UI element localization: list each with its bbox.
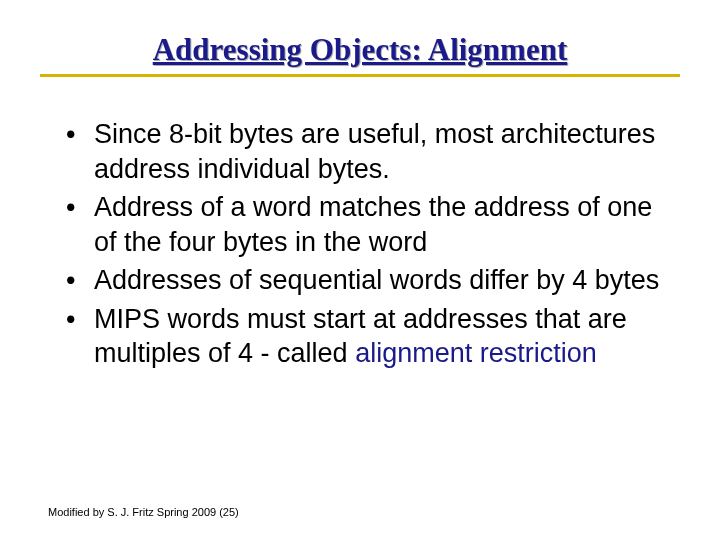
bullet-text: Addresses of sequential words differ by … xyxy=(94,265,659,295)
bullet-text: Address of a word matches the address of… xyxy=(94,192,652,257)
title-area: Addressing Objects: Alignment xyxy=(0,0,720,68)
bullet-text: Since 8-bit bytes are useful, most archi… xyxy=(94,119,655,184)
bullet-item: Address of a word matches the address of… xyxy=(66,190,664,259)
bullet-item: Since 8-bit bytes are useful, most archi… xyxy=(66,117,664,186)
title-underline-rule xyxy=(40,74,680,77)
slide: Addressing Objects: Alignment Since 8-bi… xyxy=(0,0,720,540)
keyword-highlight: alignment restriction xyxy=(355,338,597,368)
bullet-list: Since 8-bit bytes are useful, most archi… xyxy=(66,117,664,371)
footer-text: Modified by S. J. Fritz Spring 2009 (25) xyxy=(48,506,239,518)
bullet-item: Addresses of sequential words differ by … xyxy=(66,263,664,298)
bullet-item: MIPS words must start at addresses that … xyxy=(66,302,664,371)
slide-title: Addressing Objects: Alignment xyxy=(153,32,568,68)
